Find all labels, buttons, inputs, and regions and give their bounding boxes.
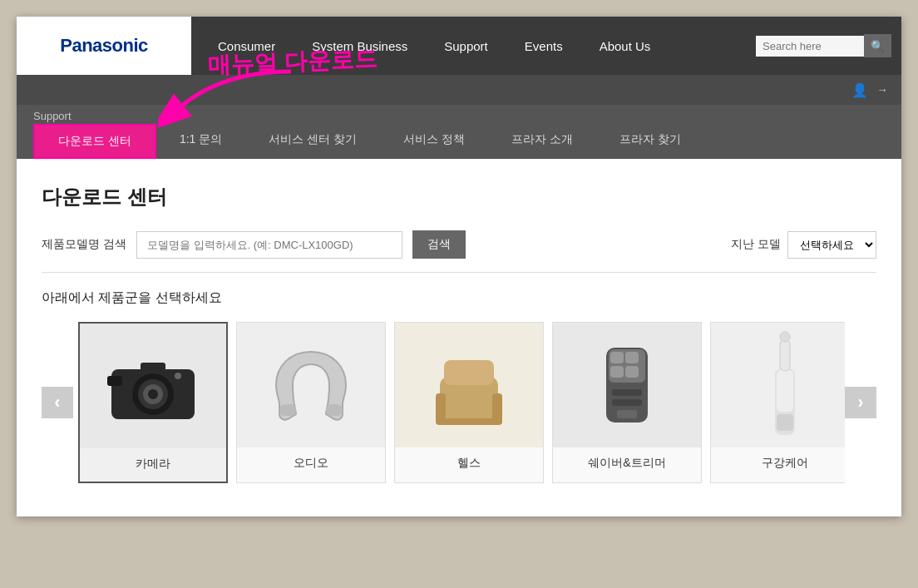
model-search-button[interactable]: 검색 bbox=[412, 230, 466, 259]
shaver-svg bbox=[577, 331, 677, 439]
category-card-audio[interactable]: 오디오 bbox=[236, 322, 386, 483]
nav-system-business[interactable]: System Business bbox=[294, 17, 426, 75]
legacy-label: 지난 모델 bbox=[731, 237, 781, 252]
svg-point-6 bbox=[148, 389, 158, 399]
svg-rect-23 bbox=[612, 389, 642, 396]
svg-rect-25 bbox=[617, 410, 637, 418]
camera-svg bbox=[99, 344, 207, 427]
main-nav: Consumer System Business Support Events … bbox=[191, 17, 756, 75]
svg-rect-13 bbox=[436, 393, 446, 422]
svg-point-16 bbox=[459, 363, 479, 383]
page-wrapper: Panasonic Consumer System Business Suppo… bbox=[17, 17, 901, 516]
sub-nav-plaza-find[interactable]: 프라자 찾기 bbox=[596, 124, 704, 159]
health-image bbox=[395, 323, 543, 447]
support-label: Support bbox=[33, 105, 885, 124]
carousel-wrapper: ‹ bbox=[42, 322, 876, 483]
svg-rect-15 bbox=[436, 418, 502, 425]
camera-label: 카메라 bbox=[136, 448, 170, 482]
login-arrow-icon: → bbox=[876, 83, 888, 96]
logo-area: Panasonic bbox=[17, 17, 191, 75]
audio-image bbox=[237, 323, 385, 447]
category-grid: 카메라 오디오 bbox=[73, 322, 845, 483]
svg-rect-27 bbox=[777, 370, 793, 412]
svg-rect-20 bbox=[625, 352, 639, 363]
user-bar: 👤 → bbox=[17, 75, 901, 105]
carousel-next-button[interactable]: › bbox=[845, 387, 876, 418]
svg-rect-21 bbox=[610, 366, 624, 378]
model-search-bar: 제품모델명 검색 검색 지난 모델 선택하세요 bbox=[42, 230, 876, 259]
legacy-model-area: 지난 모델 선택하세요 bbox=[731, 231, 876, 259]
svg-rect-22 bbox=[625, 366, 639, 378]
health-svg bbox=[419, 335, 519, 435]
audio-svg bbox=[261, 339, 361, 431]
model-search-input[interactable] bbox=[136, 231, 402, 259]
health-label: 헬스 bbox=[457, 447, 481, 481]
category-card-oral[interactable]: 구강케어 bbox=[710, 322, 845, 483]
category-card-health[interactable]: 헬스 bbox=[394, 322, 544, 483]
category-card-shaver[interactable]: 쉐이버&트리머 bbox=[552, 322, 702, 483]
sub-nav-service-center[interactable]: 서비스 센터 찾기 bbox=[245, 124, 380, 159]
header: Panasonic Consumer System Business Suppo… bbox=[17, 17, 901, 75]
sub-nav-inquiry[interactable]: 1:1 문의 bbox=[156, 124, 245, 159]
user-icon: 👤 bbox=[851, 82, 868, 98]
sub-nav-download[interactable]: 다운로드 센터 bbox=[33, 124, 156, 159]
login-button[interactable]: → bbox=[876, 83, 888, 96]
category-label: 아래에서 제품군을 선택하세요 bbox=[42, 289, 876, 307]
nav-support[interactable]: Support bbox=[426, 17, 506, 75]
oral-svg bbox=[752, 327, 818, 443]
nav-about-us[interactable]: About Us bbox=[581, 17, 669, 75]
sub-nav-area: Support 다운로드 센터 1:1 문의 서비스 센터 찾기 서비스 정책 … bbox=[17, 105, 901, 159]
nav-consumer[interactable]: Consumer bbox=[200, 17, 294, 75]
svg-rect-24 bbox=[612, 399, 642, 406]
sub-nav-plaza-intro[interactable]: 프라자 소개 bbox=[488, 124, 596, 159]
svg-point-8 bbox=[175, 373, 181, 379]
category-card-camera[interactable]: 카메라 bbox=[78, 322, 228, 483]
sub-nav: 다운로드 센터 1:1 문의 서비스 센터 찾기 서비스 정책 프라자 소개 프… bbox=[33, 124, 885, 159]
svg-rect-10 bbox=[326, 404, 343, 416]
svg-rect-2 bbox=[107, 376, 122, 386]
sub-nav-service-policy[interactable]: 서비스 정책 bbox=[380, 124, 488, 159]
search-label: 제품모델명 검색 bbox=[42, 237, 126, 252]
page-title: 다운로드 센터 bbox=[42, 184, 876, 210]
oral-label: 구강케어 bbox=[762, 447, 808, 481]
header-search-input[interactable] bbox=[756, 36, 864, 57]
header-search-button[interactable]: 🔍 bbox=[864, 34, 891, 57]
camera-image bbox=[80, 324, 226, 448]
svg-rect-14 bbox=[492, 393, 502, 422]
oral-image bbox=[711, 323, 845, 447]
svg-point-30 bbox=[780, 332, 790, 342]
shaver-image bbox=[553, 323, 701, 447]
carousel-prev-button[interactable]: ‹ bbox=[42, 387, 73, 418]
svg-rect-19 bbox=[610, 352, 624, 363]
logo: Panasonic bbox=[60, 35, 148, 57]
svg-rect-28 bbox=[777, 414, 793, 431]
search-icon: 🔍 bbox=[871, 40, 885, 52]
audio-label: 오디오 bbox=[294, 447, 328, 481]
nav-events[interactable]: Events bbox=[506, 17, 581, 75]
content: 매뉴얼 다운로드 다운로드 센터 제품모델명 검색 검색 지난 모델 선택하세요… bbox=[17, 159, 901, 516]
header-search-area: 🔍 bbox=[756, 34, 891, 57]
svg-rect-29 bbox=[780, 339, 790, 371]
divider bbox=[42, 272, 876, 273]
svg-rect-7 bbox=[141, 363, 165, 373]
shaver-label: 쉐이버&트리머 bbox=[588, 447, 665, 481]
legacy-model-select[interactable]: 선택하세요 bbox=[787, 231, 876, 259]
svg-rect-9 bbox=[279, 404, 296, 416]
